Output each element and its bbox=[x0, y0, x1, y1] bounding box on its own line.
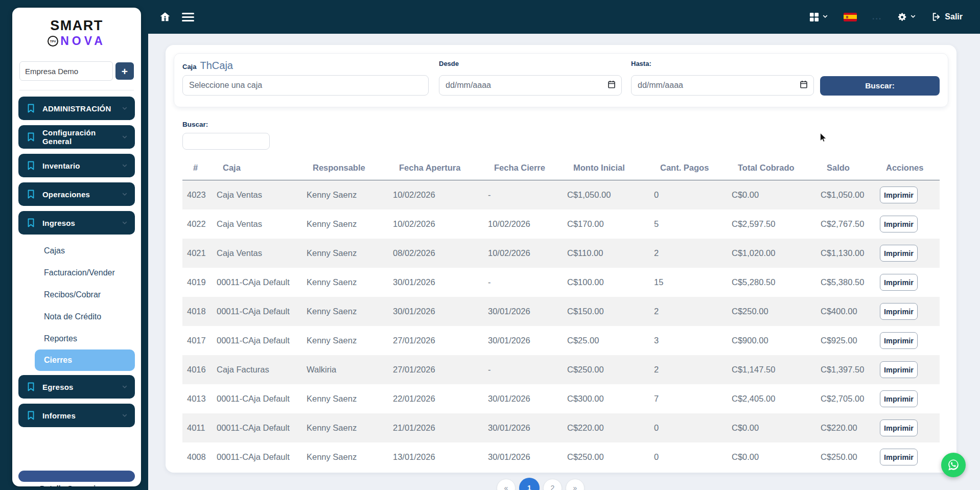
chevron-down-icon bbox=[122, 134, 128, 140]
caja-select[interactable] bbox=[182, 75, 429, 96]
home-button[interactable] bbox=[159, 11, 171, 22]
table-column-header: Cant. Pagos bbox=[649, 159, 727, 180]
desde-date-input[interactable] bbox=[439, 75, 622, 96]
pagination-page-button[interactable]: 1 bbox=[519, 478, 540, 490]
ellipsis-menu-button[interactable]: ... bbox=[872, 12, 882, 21]
bookmark-icon bbox=[27, 218, 35, 227]
table-cell: - bbox=[483, 180, 563, 210]
table-cell: C$900.00 bbox=[727, 326, 816, 355]
table-cell: Caja Ventas bbox=[212, 180, 302, 210]
table-cell: Kenny Saenz bbox=[302, 209, 388, 239]
desde-label: Desde bbox=[439, 60, 459, 67]
pagination-page-button[interactable]: 2 bbox=[543, 479, 562, 490]
table-cell: C$2,597.50 bbox=[727, 209, 816, 239]
table-column-header: # bbox=[182, 159, 212, 180]
sidebar-nav-item[interactable]: Configuración General bbox=[18, 125, 135, 149]
table-cell: C$1,397.50 bbox=[816, 355, 875, 384]
footer-button-label: Detalle Operaciones bbox=[18, 484, 135, 486]
quick-search-input[interactable] bbox=[182, 133, 270, 150]
table-cell: 4013 bbox=[182, 384, 212, 413]
brand-name-bottom: NOVA bbox=[60, 34, 106, 48]
sidebar: SMART TPV NOVA + ADMINISTRACIÓN Configur… bbox=[12, 8, 141, 486]
sidebar-nav-item[interactable]: ADMINISTRACIÓN bbox=[18, 97, 135, 120]
pagination-first-button[interactable]: « bbox=[497, 479, 516, 490]
table-cell: 10/02/2026 bbox=[388, 209, 483, 239]
table-cell: - bbox=[483, 268, 563, 297]
sidebar-submenu-item[interactable]: Recibos/Cobrar bbox=[18, 284, 135, 306]
bookmark-icon bbox=[27, 411, 35, 420]
sidebar-nav-item-label: Informes bbox=[42, 411, 76, 420]
table-cell: 4008 bbox=[182, 442, 212, 472]
table-cell: Kenny Saenz bbox=[302, 384, 388, 413]
chevron-down-icon bbox=[122, 384, 128, 390]
settings-menu-button[interactable] bbox=[897, 12, 916, 22]
logout-label: Salir bbox=[945, 12, 963, 21]
table-cell: C$1,050.00 bbox=[816, 180, 875, 210]
imprimir-button[interactable]: Imprimir bbox=[880, 332, 918, 349]
sidebar-submenu-item[interactable]: Cierres bbox=[35, 349, 135, 371]
content-card: Caja ThCaja Desde Hasta: bbox=[166, 45, 956, 473]
table-column-header: Caja bbox=[212, 159, 302, 180]
table-cell: 30/01/2026 bbox=[483, 384, 563, 413]
pagination-last-button[interactable]: » bbox=[566, 479, 585, 490]
table-cell: C$1,020.00 bbox=[727, 239, 816, 268]
sidebar-submenu-item[interactable]: Reportes bbox=[18, 328, 135, 349]
table-cell: 10/02/2026 bbox=[483, 209, 563, 239]
menu-toggle-button[interactable] bbox=[182, 13, 194, 21]
table-header-row: #CajaResponsableFecha AperturaFecha Cier… bbox=[182, 159, 940, 180]
table-body: 4023Caja VentasKenny Saenz10/02/2026-C$1… bbox=[182, 180, 940, 472]
table-cell: 0 bbox=[649, 180, 727, 210]
sidebar-submenu-item[interactable]: Facturacion/Vender bbox=[18, 262, 135, 284]
imprimir-button[interactable]: Imprimir bbox=[880, 390, 918, 407]
calendar-icon[interactable] bbox=[607, 80, 616, 91]
table-row: 4021Caja VentasKenny Saenz08/02/202610/0… bbox=[182, 239, 940, 268]
imprimir-button[interactable]: Imprimir bbox=[880, 419, 918, 436]
table-cell: C$0.00 bbox=[727, 180, 816, 210]
sidebar-nav: ADMINISTRACIÓN Configuración General Inv… bbox=[18, 97, 135, 427]
table-cell: C$1,147.50 bbox=[727, 355, 816, 384]
imprimir-button[interactable]: Imprimir bbox=[880, 274, 918, 291]
imprimir-button[interactable]: Imprimir bbox=[880, 361, 918, 378]
imprimir-button[interactable]: Imprimir bbox=[880, 303, 918, 320]
sidebar-nav-item[interactable]: Egresos bbox=[18, 375, 135, 399]
imprimir-button[interactable]: Imprimir bbox=[880, 245, 918, 262]
table-cell: 30/01/2026 bbox=[483, 413, 563, 442]
company-input[interactable] bbox=[19, 61, 113, 81]
sidebar-nav-item[interactable]: Informes bbox=[18, 404, 135, 427]
table-cell: Caja Ventas bbox=[212, 209, 302, 239]
table-cell: 4018 bbox=[182, 297, 212, 326]
sidebar-submenu-item[interactable]: Nota de Crédito bbox=[18, 306, 135, 328]
sidebar-nav-item[interactable]: Inventario bbox=[18, 154, 135, 177]
logout-button[interactable]: Salir bbox=[931, 12, 963, 22]
table-action-cell: Imprimir bbox=[875, 413, 940, 442]
table-action-cell: Imprimir bbox=[875, 268, 940, 297]
imprimir-button[interactable]: Imprimir bbox=[880, 186, 918, 203]
imprimir-button[interactable]: Imprimir bbox=[880, 449, 918, 465]
sidebar-submenu-item-label: Recibos/Cobrar bbox=[44, 290, 101, 299]
hasta-date-input[interactable] bbox=[631, 75, 814, 96]
table-cell: 21/01/2026 bbox=[388, 413, 483, 442]
sidebar-submenu-item[interactable]: Cajas bbox=[18, 240, 135, 262]
hasta-label: Hasta: bbox=[631, 60, 651, 67]
tpv-badge-icon: TPV bbox=[48, 36, 58, 46]
sidebar-submenu-item-label: Facturacion/Vender bbox=[44, 268, 115, 277]
chevron-down-icon bbox=[122, 105, 128, 111]
apps-menu-button[interactable] bbox=[809, 12, 828, 22]
pagination-pages: 12 bbox=[519, 478, 562, 490]
sidebar-footer-button[interactable]: Detalle Operaciones bbox=[18, 471, 135, 486]
table-cell: C$925.00 bbox=[816, 326, 875, 355]
buscar-button[interactable]: Buscar: bbox=[820, 76, 940, 96]
table-cell: 10/02/2026 bbox=[388, 180, 483, 210]
table-cell: 00011-CAja Default bbox=[212, 413, 302, 442]
imprimir-button[interactable]: Imprimir bbox=[880, 216, 918, 232]
table-cell: 5 bbox=[649, 209, 727, 239]
table-cell: C$5,380.50 bbox=[816, 268, 875, 297]
whatsapp-fab-button[interactable] bbox=[941, 453, 966, 477]
table-column-header: Acciones bbox=[875, 159, 940, 180]
sidebar-nav-item[interactable]: Ingresos bbox=[18, 211, 135, 235]
sidebar-submenu-item-label: Cajas bbox=[44, 246, 65, 255]
calendar-icon[interactable] bbox=[799, 80, 808, 91]
add-company-button[interactable]: + bbox=[115, 62, 134, 80]
language-flag-spain[interactable] bbox=[844, 13, 857, 21]
sidebar-nav-item[interactable]: Operaciones bbox=[18, 182, 135, 206]
